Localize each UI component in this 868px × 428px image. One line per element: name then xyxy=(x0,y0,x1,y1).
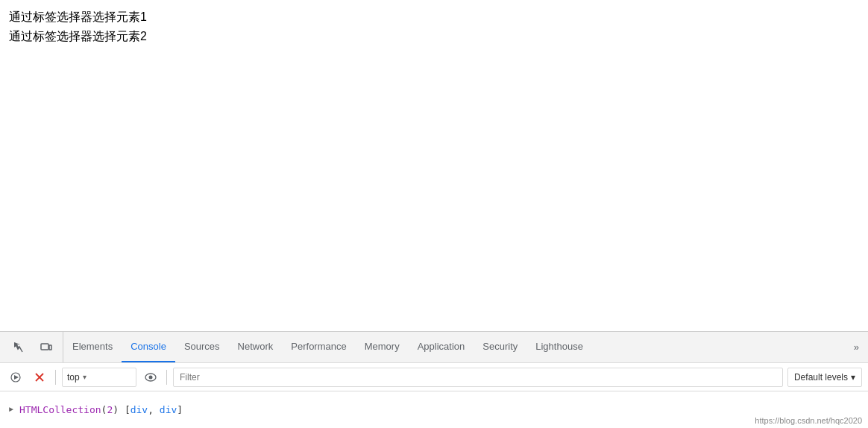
devtools-toolbar: top ▾ Default levels ▾ xyxy=(0,363,868,391)
tab-application[interactable]: Application xyxy=(409,332,474,362)
page-text-line2: 通过标签选择器选择元素2 xyxy=(9,27,859,46)
toolbar-separator-1 xyxy=(55,370,56,385)
devtools-console-output: ► HTMLCollection(2) [div, div] https://b… xyxy=(0,391,868,428)
console-comma: , xyxy=(148,404,160,415)
console-collapse-toggle[interactable]: ► xyxy=(6,405,16,415)
svg-marker-3 xyxy=(14,375,19,380)
tab-elements[interactable]: Elements xyxy=(63,332,122,362)
console-div2: div xyxy=(160,404,177,415)
tab-console[interactable]: Console xyxy=(122,332,175,362)
default-levels-button[interactable]: Default levels ▾ xyxy=(787,368,862,387)
svg-rect-0 xyxy=(41,344,48,350)
tab-security[interactable]: Security xyxy=(474,332,526,362)
console-paren-close: ) [ xyxy=(113,404,130,415)
console-collection-type: HTMLCollection xyxy=(19,404,101,415)
url-hint: https://blog.csdn.net/hqc2020 xyxy=(755,416,862,425)
clear-console-button[interactable] xyxy=(30,368,49,387)
console-text-output: HTMLCollection(2) [div, div] xyxy=(19,404,183,415)
top-select-arrow-icon: ▾ xyxy=(83,373,87,381)
tab-lighthouse[interactable]: Lighthouse xyxy=(526,332,592,362)
svg-rect-1 xyxy=(49,345,51,350)
tab-sources[interactable]: Sources xyxy=(175,332,229,362)
tab-network[interactable]: Network xyxy=(229,332,283,362)
device-toolbar-button[interactable] xyxy=(36,337,57,358)
console-output-line: ► HTMLCollection(2) [div, div] xyxy=(0,403,868,417)
eye-filter-button[interactable] xyxy=(141,368,160,387)
browser-content-area: 通过标签选择器选择元素1 通过标签选择器选择元素2 xyxy=(0,0,868,331)
inspect-element-button[interactable] xyxy=(9,337,30,358)
console-div1: div xyxy=(130,404,148,415)
default-levels-arrow-icon: ▾ xyxy=(851,372,855,383)
run-script-button[interactable] xyxy=(6,368,25,387)
svg-point-7 xyxy=(149,375,153,379)
console-filter-input[interactable] xyxy=(173,368,783,387)
toolbar-separator-2 xyxy=(166,370,167,385)
devtools-icon-group xyxy=(3,332,63,362)
page-text-line1: 通过标签选择器选择元素1 xyxy=(9,7,859,27)
more-tabs-button[interactable]: » xyxy=(848,332,865,362)
tab-memory[interactable]: Memory xyxy=(356,332,409,362)
tab-performance[interactable]: Performance xyxy=(282,332,355,362)
devtools-panel: Elements Console Sources Network Perform… xyxy=(0,331,868,428)
top-context-select[interactable]: top ▾ xyxy=(62,368,136,387)
devtools-tabs-bar: Elements Console Sources Network Perform… xyxy=(0,332,868,363)
console-bracket-close: ] xyxy=(177,404,183,415)
